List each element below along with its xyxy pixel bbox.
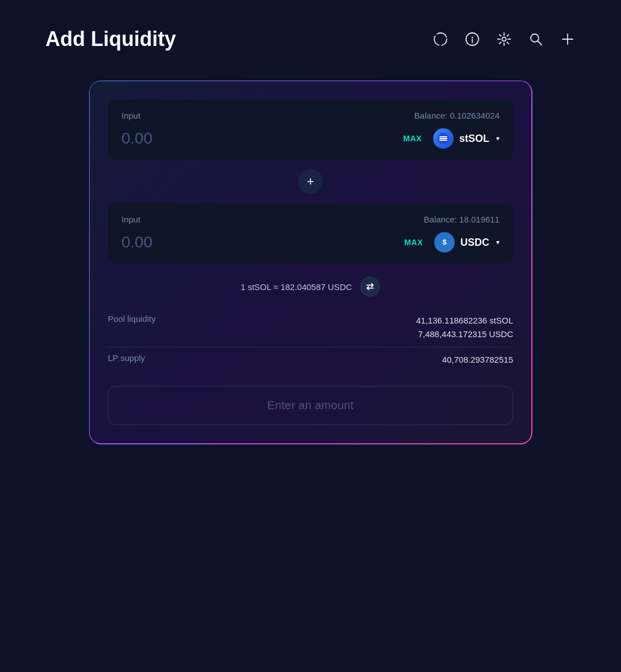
pool-info-section: Pool liquidity 41,136.118682236 stSOL 7,… [108, 308, 513, 372]
wallet-icon[interactable] [433, 31, 448, 47]
max-button-stsol[interactable]: MAX [403, 134, 422, 143]
max-button-usdc[interactable]: MAX [404, 238, 423, 247]
input2-header: Input Balance: 18.019611 [121, 215, 500, 224]
input1-row: 0.00 MAX stSOL ▾ [121, 128, 500, 149]
svg-point-0 [434, 33, 447, 45]
input2-label: Input [121, 215, 140, 224]
search-icon[interactable] [528, 31, 544, 47]
lp-supply-label: LP supply [108, 353, 145, 363]
input2-value[interactable]: 0.00 [121, 233, 153, 251]
header: Add Liquidity [0, 0, 621, 69]
settings-icon[interactable] [496, 31, 512, 47]
rate-row: 1 stSOL ≈ 182.040587 USDC [108, 276, 513, 297]
swap-direction-button[interactable] [360, 276, 380, 297]
lp-supply-row: LP supply 40,708.293782515 [108, 347, 513, 372]
header-icons [433, 31, 576, 47]
svg-point-4 [502, 37, 506, 41]
lp-supply-value: 40,708.293782515 [442, 353, 513, 367]
svg-text:$: $ [442, 238, 447, 246]
plus-circle-button[interactable]: + [298, 169, 323, 194]
pool-liquidity-label: Pool liquidity [108, 314, 156, 324]
pool-liquidity-row: Pool liquidity 41,136.118682236 stSOL 7,… [108, 308, 513, 347]
input1-value[interactable]: 0.00 [121, 129, 153, 148]
usdc-token-name: USDC [460, 237, 489, 249]
stsol-chevron-icon: ▾ [496, 135, 500, 142]
input1-label: Input [121, 111, 140, 120]
rate-text: 1 stSOL ≈ 182.040587 USDC [241, 282, 352, 292]
pool-liquidity-values: 41,136.118682236 stSOL 7,488,443.172315 … [416, 314, 513, 341]
svg-line-6 [538, 41, 542, 45]
lp-supply-values: 40,708.293782515 [442, 353, 513, 367]
usdc-chevron-icon: ▾ [496, 238, 500, 246]
input-box-stsol: Input Balance: 0.102634024 0.00 MAX stSO… [108, 99, 513, 160]
input2-row: 0.00 MAX $ USDC ▾ [121, 232, 500, 253]
input1-header: Input Balance: 0.102634024 [121, 111, 500, 120]
info-icon[interactable] [464, 31, 480, 47]
stsol-token-name: stSOL [459, 133, 489, 145]
stsol-icon [433, 128, 454, 149]
plus-separator: + [108, 169, 513, 194]
main-card: Input Balance: 0.102634024 0.00 MAX stSO… [89, 81, 532, 444]
pool-liquidity-usdc: 7,488,443.172315 USDC [416, 327, 513, 341]
usdc-icon: $ [434, 232, 455, 253]
page-title: Add Liquidity [45, 27, 419, 51]
input-box-usdc: Input Balance: 18.019611 0.00 MAX $ USDC… [108, 203, 513, 264]
pool-liquidity-stsol: 41,136.118682236 stSOL [416, 314, 513, 327]
input2-balance: Balance: 18.019611 [424, 215, 500, 224]
input1-balance: Balance: 0.102634024 [414, 111, 500, 120]
usdc-token-selector[interactable]: MAX $ USDC ▾ [404, 232, 500, 253]
stsol-token-selector[interactable]: MAX stSOL ▾ [403, 128, 500, 149]
enter-amount-button[interactable]: Enter an amount [108, 386, 513, 425]
add-header-icon[interactable] [560, 31, 576, 47]
